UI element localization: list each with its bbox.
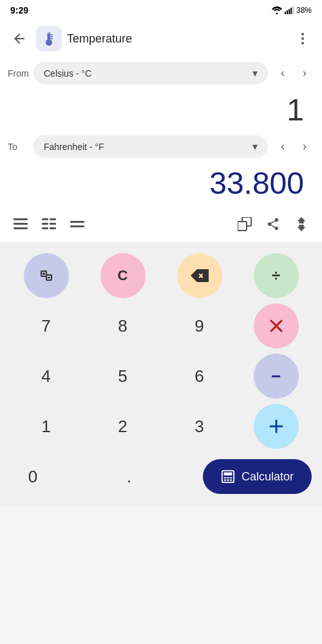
plus-icon <box>269 419 283 433</box>
svg-rect-43 <box>227 480 229 481</box>
to-value: 33.800 <box>8 163 314 209</box>
clear-button[interactable]: C <box>100 253 146 298</box>
plus-minus-button[interactable] <box>24 253 69 298</box>
copy-icon <box>238 217 252 231</box>
svg-point-14 <box>301 42 304 44</box>
key-8[interactable]: 8 <box>100 303 146 348</box>
multiply-button[interactable] <box>254 303 299 348</box>
key-4[interactable]: 4 <box>24 354 69 399</box>
svg-rect-44 <box>230 480 232 481</box>
key-3[interactable]: 3 <box>177 404 222 449</box>
clear-label: C <box>118 267 128 284</box>
plus-minus-icon <box>39 268 54 283</box>
key-5[interactable]: 5 <box>100 354 146 399</box>
svg-rect-19 <box>50 218 56 220</box>
back-button[interactable] <box>8 27 31 50</box>
svg-rect-5 <box>292 6 294 14</box>
to-nav-arrows: ‹ › <box>273 137 314 156</box>
to-unit-text: Fahrenheit - °F <box>44 142 104 152</box>
svg-point-7 <box>46 39 52 46</box>
page-title: Temperature <box>67 32 291 46</box>
svg-rect-37 <box>222 471 234 482</box>
toolbar-right <box>234 214 312 234</box>
from-prev-button[interactable]: ‹ <box>273 64 292 83</box>
swap-icon <box>294 217 308 231</box>
row-3: 1 2 3 <box>8 404 314 449</box>
row-2: 4 5 6 − <box>8 354 314 399</box>
backspace-icon <box>191 269 209 282</box>
svg-rect-18 <box>42 218 48 220</box>
share-icon <box>266 217 280 231</box>
minus-button[interactable]: − <box>254 354 299 399</box>
svg-rect-1 <box>285 12 286 14</box>
keypad: C ÷ 7 8 9 4 5 6 − 1 2 <box>0 243 322 507</box>
svg-rect-41 <box>230 477 232 478</box>
func-row: C ÷ <box>8 253 314 298</box>
svg-point-12 <box>301 33 304 35</box>
share-button[interactable] <box>263 214 283 234</box>
svg-rect-39 <box>224 477 227 478</box>
list-double-icon <box>42 218 56 230</box>
divide-button[interactable]: ÷ <box>254 253 299 298</box>
to-unit-selector[interactable]: Fahrenheit - °F ▾ <box>33 135 268 158</box>
from-unit-selector[interactable]: Celsius - °C ▾ <box>33 62 268 84</box>
to-label: To <box>8 142 33 152</box>
more-icon <box>295 31 310 46</box>
divide-label: ÷ <box>272 267 280 285</box>
svg-rect-15 <box>14 218 28 220</box>
plus-button[interactable] <box>254 404 299 449</box>
top-bar: Temperature <box>0 21 322 57</box>
svg-rect-27 <box>238 222 247 231</box>
svg-rect-4 <box>290 8 292 14</box>
from-row: From Celsius - °C ▾ ‹ › <box>8 57 314 90</box>
copy-button[interactable] <box>234 214 255 234</box>
svg-rect-40 <box>227 477 229 478</box>
key-7[interactable]: 7 <box>24 303 69 348</box>
wifi-icon <box>272 6 282 14</box>
from-chevron-icon: ▾ <box>252 67 258 79</box>
svg-rect-3 <box>289 9 290 14</box>
svg-rect-8 <box>48 33 50 40</box>
key-9[interactable]: 9 <box>177 303 222 348</box>
list-small-icon <box>70 221 84 227</box>
svg-rect-42 <box>224 480 227 481</box>
to-chevron-icon: ▾ <box>252 140 258 153</box>
svg-rect-21 <box>50 223 56 225</box>
from-next-button[interactable]: › <box>295 64 314 83</box>
list-single-button[interactable] <box>10 214 31 234</box>
svg-rect-17 <box>14 227 28 229</box>
multiply-icon <box>269 319 283 333</box>
list-small-button[interactable] <box>67 214 88 234</box>
calculator-label: Calculator <box>242 470 294 484</box>
row-1: 7 8 9 <box>8 303 314 348</box>
signal-icon <box>285 6 294 14</box>
toolbar-left <box>10 214 234 234</box>
status-bar: 9:29 38% <box>0 0 322 21</box>
svg-rect-22 <box>42 227 48 229</box>
to-prev-button[interactable]: ‹ <box>273 137 292 156</box>
svg-rect-2 <box>287 10 288 14</box>
svg-point-13 <box>301 37 304 40</box>
key-0[interactable]: 0 <box>10 454 55 499</box>
more-button[interactable] <box>291 27 314 50</box>
calculator-button[interactable]: Calculator <box>203 459 312 494</box>
minus-label: − <box>271 366 281 386</box>
temperature-icon <box>41 30 57 47</box>
from-label: From <box>8 68 33 79</box>
backspace-button[interactable] <box>177 253 222 298</box>
status-icons: 38% <box>272 6 312 15</box>
from-nav-arrows: ‹ › <box>273 64 314 83</box>
key-2[interactable]: 2 <box>100 404 146 449</box>
swap-button[interactable] <box>291 214 312 234</box>
svg-point-0 <box>276 13 278 15</box>
conversion-area: From Celsius - °C ▾ ‹ › 1 To Fahrenheit … <box>0 57 322 209</box>
key-6[interactable]: 6 <box>177 354 222 399</box>
svg-rect-16 <box>14 223 28 225</box>
list-double-button[interactable] <box>39 214 59 234</box>
key-1[interactable]: 1 <box>24 404 69 449</box>
from-unit-text: Celsius - °C <box>44 68 91 79</box>
to-next-button[interactable]: › <box>295 137 314 156</box>
app-icon <box>36 26 62 52</box>
svg-rect-24 <box>70 221 84 223</box>
key-dot[interactable]: . <box>106 454 151 499</box>
